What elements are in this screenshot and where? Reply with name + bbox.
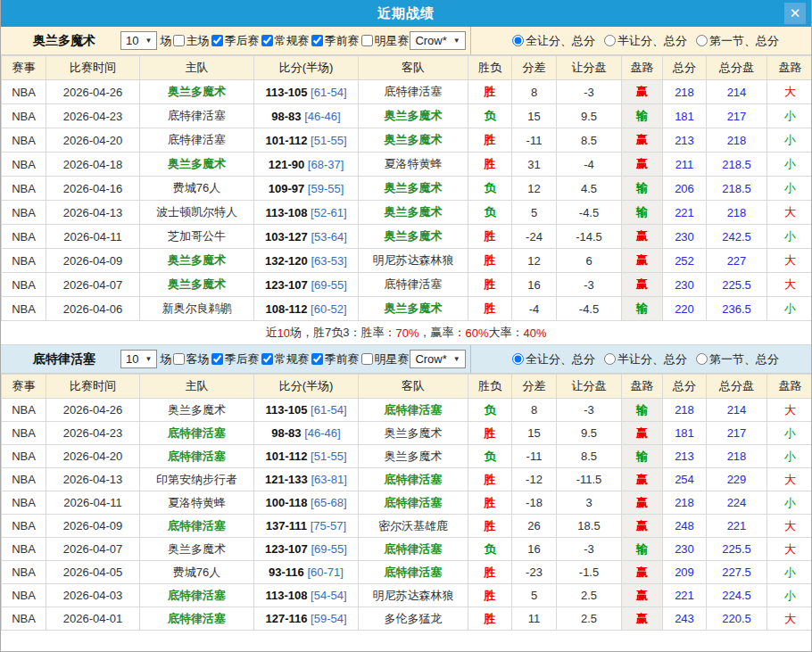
cover-cell: 输 — [622, 104, 663, 128]
odds-type-radio[interactable] — [604, 35, 616, 46]
column-header: 总分盘 — [707, 375, 767, 399]
total-cell: 213 — [663, 445, 707, 468]
odds-type-radio[interactable] — [604, 353, 616, 365]
filter-checkbox[interactable] — [261, 353, 273, 365]
cover-cell: 赢 — [622, 249, 663, 273]
league-cell: NBA — [2, 515, 46, 538]
filter-checkbox[interactable] — [173, 353, 185, 365]
filter-checkbox-label: 季后赛 — [224, 351, 259, 367]
score-cell: 93-116 [60-71] — [254, 561, 359, 584]
handicap-cell: 18.5 — [557, 515, 622, 538]
chevron-down-icon: ▼ — [453, 37, 460, 45]
table-row: NBA2026-04-09底特律活塞137-111 [75-57]密尔沃基雄鹿胜… — [2, 515, 812, 538]
league-select[interactable]: Crow* ▼ — [410, 31, 465, 50]
diff-cell: 16 — [512, 273, 557, 297]
half-time-score: [52-61] — [311, 206, 346, 219]
half-time-score: [53-64] — [311, 230, 346, 243]
filter-checkbox[interactable] — [173, 35, 185, 46]
score-cell: 100-118 [65-68] — [254, 491, 359, 515]
filter-checkbox[interactable] — [311, 35, 323, 46]
league-cell: NBA — [2, 468, 46, 491]
odds-type-radio[interactable] — [696, 35, 708, 46]
league-select[interactable]: Crow* ▼ — [410, 350, 465, 368]
diff-cell: -11 — [512, 445, 557, 468]
filter-checkbox[interactable] — [361, 35, 373, 46]
home-team-cell: 芝加哥公牛 — [140, 225, 254, 249]
half-time-score: [75-57] — [311, 519, 346, 532]
table-row: NBA2026-04-01底特律活塞127-116 [59-54]多伦多猛龙胜1… — [2, 607, 812, 631]
odds-type-radio[interactable] — [512, 353, 524, 365]
close-button[interactable]: ✕ — [784, 3, 806, 24]
home-team-cell: 费城76人 — [140, 561, 254, 584]
filter-checkbox-label: 主场 — [186, 33, 209, 49]
total-cell: 206 — [663, 177, 707, 201]
filter-checkbox[interactable] — [211, 35, 223, 46]
home-team-name: 底特律活塞 — [168, 589, 226, 602]
half-time-score: [59-54] — [311, 612, 346, 625]
home-team-name: 印第安纳步行者 — [156, 473, 237, 486]
ou-cell: 大 — [767, 468, 812, 491]
score-cell: 101-112 [51-55] — [254, 445, 359, 468]
score-cell: 103-127 [53-64] — [254, 225, 359, 249]
cover-cell: 输 — [622, 399, 663, 422]
half-time-score: [65-68] — [311, 496, 346, 509]
score-cell: 98-83 [46-46] — [254, 422, 359, 445]
half-time-score: [46-46] — [304, 426, 340, 440]
cover-cell: 输 — [622, 445, 663, 468]
final-score: 108-112 — [265, 302, 307, 316]
filter-checkbox[interactable] — [211, 353, 223, 365]
score-cell: 108-112 [60-52] — [254, 297, 359, 321]
away-team-name: 底特律活塞 — [385, 277, 443, 291]
score-cell: 121-133 [63-81] — [254, 468, 359, 491]
cover-cell: 赢 — [622, 128, 663, 153]
column-header: 总分盘 — [707, 56, 767, 80]
date-cell: 2026-04-26 — [46, 399, 140, 422]
final-score: 113-108 — [265, 206, 307, 219]
odds-type-radio[interactable] — [696, 353, 708, 365]
column-header: 分差 — [512, 56, 557, 80]
away-team-cell: 密尔沃基雄鹿 — [359, 515, 468, 538]
diff-cell: 5 — [512, 584, 557, 607]
team-section-magic: 奥兰多魔术 10 ▼ 场 主场季后赛常规赛季前赛明星赛 Crow* ▼ 全让分、… — [1, 27, 811, 345]
league-cell: NBA — [2, 399, 46, 422]
total-line-cell: 224 — [707, 491, 767, 515]
record-summary-part: ，赢率： — [418, 325, 465, 341]
odds-type-radio[interactable] — [512, 35, 524, 46]
total-line-cell: 225.5 — [707, 273, 767, 297]
filter-checkbox[interactable] — [311, 353, 323, 365]
home-team-name: 底特律活塞 — [168, 426, 226, 440]
filter-checkbox[interactable] — [361, 353, 373, 365]
ou-cell: 大 — [767, 249, 812, 273]
total-cell: 218 — [663, 491, 707, 515]
table-row: NBA2026-04-16费城76人109-97 [59-55]奥兰多魔术负12… — [2, 177, 812, 201]
handicap-cell: 9.5 — [557, 104, 622, 128]
total-line-cell: 218.5 — [707, 153, 767, 177]
half-time-score: [51-55] — [311, 134, 346, 147]
final-score: 137-111 — [266, 519, 307, 532]
diff-cell: 31 — [512, 153, 557, 177]
table-row: NBA2026-04-20底特律活塞101-112 [51-55]奥兰多魔术胜-… — [2, 128, 812, 153]
away-team-name: 密尔沃基雄鹿 — [378, 519, 448, 532]
final-score: 101-112 — [265, 450, 307, 463]
total-cell: 211 — [663, 153, 707, 177]
date-cell: 2026-04-01 — [46, 607, 140, 631]
result-cell: 胜 — [468, 422, 512, 445]
date-cell: 2026-04-20 — [46, 128, 140, 153]
record-summary: 近 10 场，胜7负3：胜率：70%，赢率：60% 大率：40% — [1, 321, 811, 345]
cover-cell: 输 — [622, 177, 663, 201]
home-team-name: 新奥尔良鹈鹕 — [162, 301, 232, 315]
games-count-select[interactable]: 10 ▼ — [120, 350, 157, 368]
chevron-down-icon: ▼ — [145, 355, 152, 363]
ou-cell: 大 — [767, 80, 812, 104]
filter-checkbox[interactable] — [261, 35, 273, 46]
column-header: 赛事 — [2, 375, 46, 399]
results-table: 赛事比赛时间主队比分(半场)客队胜负分差让分盘盘路总分总分盘盘路 NBA2026… — [1, 374, 812, 631]
column-header: 比赛时间 — [46, 375, 140, 399]
league-cell: NBA — [2, 177, 46, 201]
column-header: 主队 — [140, 375, 254, 399]
ou-cell: 大 — [767, 201, 812, 225]
games-count-select[interactable]: 10 ▼ — [120, 31, 157, 50]
filter-checkbox-label: 明星赛 — [374, 351, 409, 367]
result-cell: 胜 — [468, 561, 512, 584]
games-suffix-label: 场 — [160, 351, 171, 367]
